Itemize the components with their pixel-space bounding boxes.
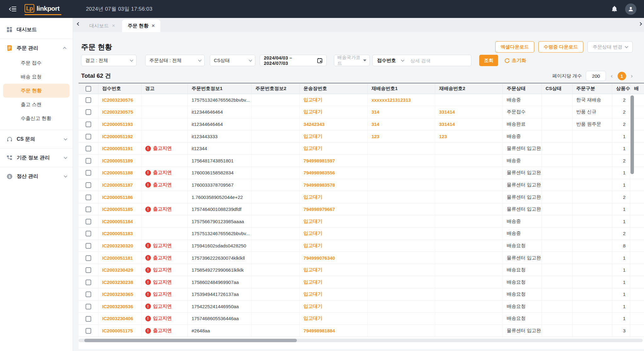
date-range-picker[interactable]: 2024/04/03 – 2024/07/03	[260, 55, 327, 66]
receipt-no-link[interactable]: IC2000051185	[98, 203, 141, 215]
receipt-no-link[interactable]: IC2000051186	[98, 191, 141, 203]
next-page-button[interactable]: ›	[630, 72, 633, 79]
tracking-no-link[interactable]: 794998979667	[300, 203, 368, 215]
row-checkbox[interactable]	[86, 328, 91, 334]
tracking-no-link[interactable]: 입고대기	[300, 300, 368, 313]
notification-bell-icon[interactable]	[611, 5, 618, 13]
tracking-no-link[interactable]: 입고대기	[300, 142, 368, 155]
row-checkbox[interactable]	[86, 195, 91, 200]
order-status-change-button[interactable]: 주문상태 변경	[587, 41, 633, 53]
tracking-no-link[interactable]: 794998981597	[300, 155, 368, 167]
redelivery-no1-link[interactable]: 314	[368, 106, 435, 118]
reset-button[interactable]: 초기화	[504, 57, 526, 64]
prev-page-button[interactable]: ‹	[610, 72, 613, 79]
sidebar-item-order-status[interactable]: 주문 현황	[3, 84, 69, 98]
receipt-no-link[interactable]: IC2003230365	[98, 288, 141, 301]
row-checkbox[interactable]	[86, 182, 91, 188]
receipt-no-link[interactable]: IC2000051191	[98, 142, 141, 155]
per-page-input[interactable]	[586, 71, 606, 81]
row-checkbox[interactable]	[86, 231, 91, 236]
redelivery-no2-link[interactable]: 331414	[435, 118, 503, 130]
receipt-no-link[interactable]: IC2000051192	[98, 130, 141, 143]
sidebar-item-cs-inquiry[interactable]: CS 문의	[0, 132, 73, 146]
row-checkbox[interactable]	[86, 122, 91, 127]
tracking-no-link[interactable]: 입고대기	[300, 130, 368, 143]
sidebar-item-order-receipt[interactable]: 주문 접수	[3, 56, 69, 70]
receipt-no-link[interactable]: IC2003230406	[98, 313, 141, 325]
search-button[interactable]: 조회	[479, 55, 498, 66]
redelivery-no1-link[interactable]: 314	[368, 118, 435, 130]
receipt-no-link[interactable]: IC2003230238	[98, 276, 141, 288]
order-status-filter-select[interactable]: 주문상태 : 전체	[145, 55, 205, 66]
tracking-no-link[interactable]: 입고대기	[300, 240, 368, 252]
row-checkbox[interactable]	[86, 146, 91, 151]
receipt-no-link[interactable]: IC2000051189	[98, 155, 141, 167]
sidebar-item-outbound-scan[interactable]: 출고 스캔	[3, 98, 69, 111]
sidebar-item-order-management[interactable]: 주문 관리	[0, 41, 73, 55]
tracking-no-link[interactable]: 입고대기	[300, 106, 368, 118]
current-page-badge[interactable]: 1	[618, 72, 626, 80]
row-checkbox[interactable]	[86, 134, 91, 139]
row-checkbox[interactable]	[86, 280, 91, 285]
row-checkbox[interactable]	[86, 304, 91, 309]
warning-filter-select[interactable]: 경고 : 전체	[81, 55, 136, 66]
tabs-scroll-left-icon[interactable]	[77, 22, 80, 25]
horizontal-scrollbar-track[interactable]	[79, 339, 643, 342]
row-checkbox[interactable]	[86, 207, 91, 212]
receipt-no-link[interactable]: IC2003230576	[98, 94, 141, 106]
tracking-no-link[interactable]: 794998981884	[300, 325, 368, 337]
row-checkbox[interactable]	[86, 170, 91, 176]
row-checkbox[interactable]	[86, 316, 91, 322]
receipt-no-link[interactable]: IC2000051175	[98, 325, 141, 337]
row-checkbox[interactable]	[86, 243, 91, 249]
receipt-no-link[interactable]: IC2003230536	[98, 300, 141, 313]
receipt-no-link[interactable]: IC2000051184	[98, 215, 141, 228]
sidebar-item-delivery-request[interactable]: 배송 요청	[3, 70, 69, 84]
vertical-scrollbar[interactable]	[630, 95, 634, 174]
sidebar-item-base-info[interactable]: 기준 정보 관리	[0, 150, 73, 165]
receipt-no-link[interactable]: IC2003230320	[98, 240, 141, 252]
sidebar-item-export-declaration[interactable]: 수출신고 현황	[3, 111, 69, 125]
sidebar-item-dashboard[interactable]: 대시보드	[0, 22, 73, 37]
receipt-no-link[interactable]: IC2000051181	[98, 252, 141, 264]
close-icon[interactable]: ×	[152, 23, 155, 29]
select-all-checkbox[interactable]	[86, 86, 91, 92]
logo[interactable]: Lp linkport	[25, 3, 61, 15]
row-checkbox[interactable]	[86, 158, 91, 164]
receipt-no-link[interactable]: IC2003230575	[98, 106, 141, 118]
receipt-no-link[interactable]: IC2000051187	[98, 179, 141, 191]
redelivery-no2-link[interactable]: 331414	[435, 106, 503, 118]
tracking-no-link[interactable]: 입고대기	[300, 288, 368, 301]
close-icon[interactable]: ×	[112, 23, 115, 29]
tracking-no-link[interactable]: 794999076340	[300, 252, 368, 264]
row-checkbox[interactable]	[86, 267, 91, 273]
search-type-select[interactable]: 접수번호	[373, 58, 407, 64]
redelivery-no2-link[interactable]: 123	[435, 130, 503, 143]
redelivery-no1-link[interactable]: xxxxxx121312313	[368, 94, 435, 106]
tracking-no-link[interactable]: 794998983556	[300, 167, 368, 179]
tracking-no-link[interactable]: 794998983578	[300, 179, 368, 191]
tracking-no-link[interactable]: 34242343	[300, 118, 368, 130]
tracking-no-link[interactable]: 입고대기	[300, 215, 368, 228]
row-checkbox[interactable]	[86, 255, 91, 261]
tracking-no-link[interactable]: 입고대기	[300, 264, 368, 276]
row-checkbox[interactable]	[86, 292, 91, 297]
sidebar-collapse-button[interactable]	[8, 4, 18, 14]
row-checkbox[interactable]	[86, 219, 91, 224]
tab-order-status[interactable]: 주문 현황 ×	[122, 20, 160, 32]
tracking-no-link[interactable]: 입고대기	[300, 228, 368, 240]
horizontal-scrollbar-thumb[interactable]	[84, 339, 297, 342]
tracking-no-link[interactable]: 입고대기	[300, 313, 368, 325]
user-avatar[interactable]	[625, 3, 636, 15]
tab-dashboard[interactable]: 대시보드 ×	[84, 20, 121, 32]
sidebar-item-settlement[interactable]: $ 정산 관리	[0, 169, 73, 184]
receipt-no-link[interactable]: IC2000051188	[98, 167, 141, 179]
redelivery-no1-link[interactable]: 123	[368, 130, 435, 143]
tracking-no-link[interactable]: 입고대기	[300, 94, 368, 106]
receipt-no-link[interactable]: IC2003230429	[98, 264, 141, 276]
country-code-select[interactable]: 배송국가코드	[334, 55, 370, 66]
excel-download-button[interactable]: 엑셀다운로드	[495, 41, 534, 53]
row-checkbox[interactable]	[86, 109, 91, 115]
receipt-download-button[interactable]: 수령증 다운로드	[538, 41, 583, 53]
tracking-no-link[interactable]: 입고대기	[300, 191, 368, 203]
